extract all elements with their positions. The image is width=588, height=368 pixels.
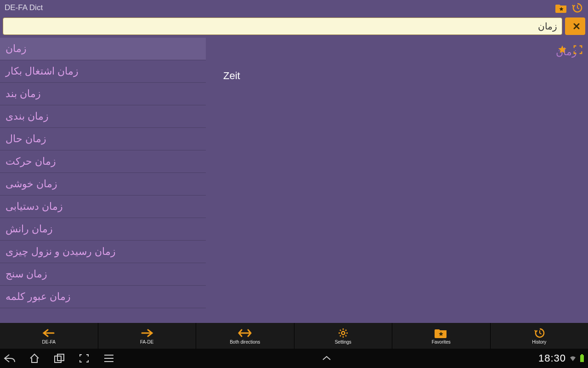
tool-arrows-both[interactable]: Both directions — [196, 323, 294, 349]
search-input[interactable] — [3, 17, 562, 35]
list-item[interactable]: زمان حرکت — [0, 150, 206, 173]
tool-label: DE-FA — [42, 339, 56, 345]
expand-up-icon[interactable] — [321, 352, 333, 364]
backspace-button[interactable] — [565, 17, 585, 35]
back-icon[interactable] — [4, 352, 16, 364]
folder-star-icon — [435, 328, 447, 339]
list-item[interactable]: زمان رانش — [0, 218, 206, 241]
detail-pane: زمان Zeit — [206, 38, 588, 323]
list-item[interactable]: زمان خوشی — [0, 173, 206, 196]
list-item[interactable]: زمان عبور کلمه — [0, 286, 206, 308]
system-nav-bar: 18:30 — [0, 349, 588, 368]
favorite-star-button[interactable] — [557, 44, 568, 55]
fullscreen-button[interactable] — [572, 44, 583, 55]
list-item[interactable]: زمان اشتغال بکار — [0, 60, 206, 83]
tool-arrow-right[interactable]: FA-DE — [98, 323, 197, 349]
tool-label: Favorites — [432, 339, 451, 345]
list-item[interactable]: زمان رسیدن و نزول چیزی — [0, 241, 206, 263]
home-icon[interactable] — [28, 352, 40, 364]
bottom-toolbar: DE-FAFA-DEBoth directionsSettingsFavorit… — [0, 323, 588, 349]
tool-folder-star[interactable]: Favorites — [392, 323, 491, 349]
search-row — [0, 16, 588, 38]
detail-translation: Zeit — [223, 70, 577, 82]
favorites-folder-button[interactable] — [555, 1, 568, 14]
list-item[interactable]: زمان سنج — [0, 263, 206, 286]
list-item[interactable]: زمان بندی — [0, 105, 206, 128]
tool-history[interactable]: History — [491, 323, 588, 349]
wifi-icon — [570, 355, 576, 362]
recent-apps-icon[interactable] — [53, 352, 65, 364]
tool-arrow-left[interactable]: DE-FA — [0, 323, 98, 349]
svg-point-0 — [341, 331, 345, 334]
arrow-right-icon — [141, 328, 153, 339]
svg-rect-4 — [581, 354, 583, 355]
list-item[interactable]: زمان — [0, 38, 206, 60]
tool-label: FA-DE — [140, 339, 153, 345]
content-area: زمانزمان اشتغال بکارزمان بندزمان بندیزما… — [0, 38, 588, 323]
results-list[interactable]: زمانزمان اشتغال بکارزمان بندزمان بندیزما… — [0, 38, 206, 323]
history-button[interactable] — [571, 1, 583, 14]
list-item[interactable]: زمان بند — [0, 83, 206, 105]
title-bar: DE-FA Dict — [0, 0, 588, 16]
tool-label: History — [532, 339, 546, 345]
app-title: DE-FA Dict — [5, 3, 43, 12]
battery-icon — [580, 354, 584, 362]
tool-label: Both directions — [230, 339, 260, 345]
screenshot-icon[interactable] — [78, 352, 90, 364]
list-item[interactable]: زمان حال — [0, 128, 206, 150]
menu-icon[interactable] — [103, 352, 115, 364]
history-icon — [534, 328, 545, 339]
arrows-both-icon — [238, 328, 252, 339]
gear-icon — [338, 328, 349, 339]
status-clock: 18:30 — [538, 352, 566, 364]
detail-headword: زمان — [217, 46, 577, 58]
svg-rect-3 — [580, 355, 584, 362]
tool-label: Settings — [335, 339, 351, 345]
arrow-left-icon — [42, 328, 55, 339]
list-item[interactable]: زمان دستیابی — [0, 196, 206, 218]
tool-gear[interactable]: Settings — [294, 323, 393, 349]
